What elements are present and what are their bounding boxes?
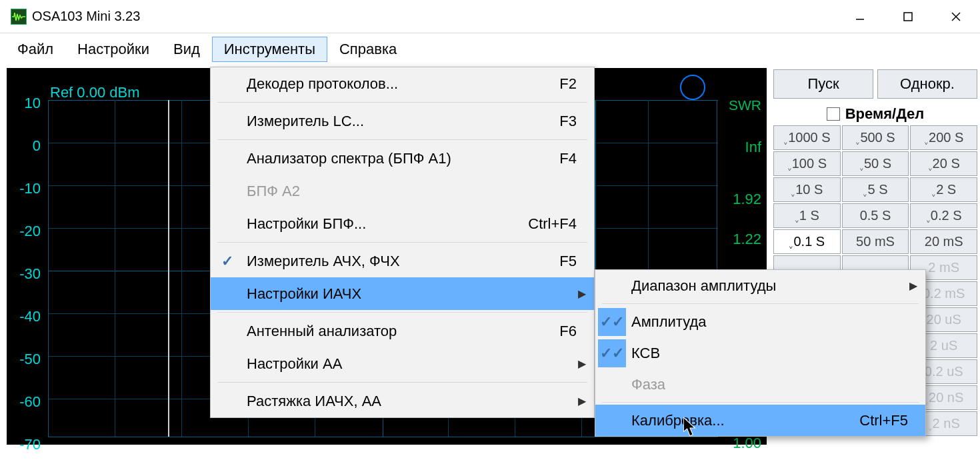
- menu-aa-settings[interactable]: Настройки АА▶: [211, 347, 594, 380]
- y-tick: -30: [17, 265, 41, 283]
- submenu-calibration[interactable]: Калибровка...Ctrl+F5: [595, 405, 925, 436]
- marker-circle: [680, 75, 705, 100]
- menu-fft-a2: БПФ A2: [211, 175, 594, 207]
- swr-value: Inf: [745, 139, 761, 156]
- swr-value: 1.00: [733, 435, 761, 452]
- start-button[interactable]: Пуск: [773, 69, 873, 99]
- timediv-label: Время/Дел: [845, 105, 925, 123]
- submenu-arrow-icon: ▶: [570, 395, 594, 407]
- submenu-amplitude[interactable]: ✓Амплитуда: [595, 306, 925, 337]
- single-button[interactable]: Однокр.: [877, 69, 977, 99]
- y-tick: 0: [17, 137, 41, 155]
- y-tick: -50: [17, 351, 41, 368]
- timediv-btn[interactable]: ˯1 S: [773, 203, 841, 228]
- menu-file[interactable]: Файл: [4, 37, 65, 62]
- ref-level-label: Ref 0.00 dBm: [50, 84, 140, 101]
- timediv-btn[interactable]: 0.5 S: [842, 203, 909, 228]
- menu-decoder[interactable]: Декодер протоколов...F2: [211, 67, 594, 100]
- y-tick: -70: [17, 436, 41, 453]
- menu-iachx-settings[interactable]: Настройки ИАЧХ▶: [211, 277, 594, 310]
- timediv-btn[interactable]: ˯2 S: [910, 177, 977, 202]
- menu-view[interactable]: Вид: [161, 37, 212, 62]
- menu-stretch[interactable]: Растяжка ИАЧХ, АА▶: [211, 385, 594, 417]
- y-tick: 10: [17, 95, 41, 112]
- menu-antenna-analyzer[interactable]: Антенный анализаторF6: [211, 315, 594, 347]
- y-tick: -60: [17, 393, 41, 411]
- timediv-btn[interactable]: ˯10 S: [773, 177, 841, 202]
- menu-help[interactable]: Справка: [327, 37, 409, 62]
- timediv-btn[interactable]: ˯500 S: [842, 125, 909, 150]
- iachx-submenu: Диапазон амплитуды▶ ✓Амплитуда ✓КСВ Фаза…: [595, 269, 926, 437]
- close-button[interactable]: [932, 0, 980, 33]
- submenu-arrow-icon: ▶: [570, 357, 594, 370]
- timediv-btn[interactable]: ˯50 S: [842, 151, 909, 176]
- swr-value: 1.92: [733, 191, 761, 208]
- submenu-phase: Фаза: [595, 369, 925, 400]
- menu-afc-meter[interactable]: Измеритель АЧХ, ФЧХF5: [211, 245, 594, 277]
- menu-fft-settings[interactable]: Настройки БПФ...Ctrl+F4: [211, 207, 594, 240]
- submenu-vswr[interactable]: ✓КСВ: [595, 337, 925, 369]
- menu-spectrum-analyzer[interactable]: Анализатор спектра (БПФ A1)F4: [211, 142, 594, 175]
- menu-lc[interactable]: Измеритель LC...F3: [211, 105, 594, 137]
- submenu-arrow-icon: ▶: [901, 279, 925, 292]
- timediv-btn[interactable]: ˯200 S: [910, 125, 977, 150]
- timediv-btn[interactable]: ˯5 S: [842, 177, 909, 202]
- timediv-btn[interactable]: 20 mS: [910, 229, 977, 254]
- menu-instruments[interactable]: Инструменты: [212, 37, 327, 62]
- timediv-btn[interactable]: ˯0.1 S: [773, 229, 841, 254]
- submenu-arrow-icon: ▶: [570, 287, 594, 300]
- submenu-amp-range[interactable]: Диапазон амплитуды▶: [595, 270, 925, 301]
- timediv-checkbox[interactable]: [827, 107, 840, 121]
- timediv-btn[interactable]: ˯100 S: [773, 151, 841, 176]
- instruments-dropdown: Декодер протоколов...F2 Измеритель LC...…: [210, 67, 595, 418]
- y-tick: -10: [17, 180, 41, 197]
- svg-rect-1: [904, 13, 912, 21]
- timediv-btn[interactable]: ˯20 S: [910, 151, 977, 176]
- timediv-btn[interactable]: ˯0.2 S: [910, 203, 977, 228]
- swr-value: 1.22: [733, 231, 761, 248]
- y-tick: -20: [17, 223, 41, 240]
- timediv-btn[interactable]: ˯1000 S: [773, 125, 841, 150]
- timediv-btn[interactable]: 50 mS: [842, 229, 909, 254]
- swr-label: SWR: [729, 97, 761, 113]
- maximize-button[interactable]: [884, 0, 932, 33]
- menu-settings[interactable]: Настройки: [65, 37, 161, 62]
- app-icon: [11, 9, 27, 25]
- minimize-button[interactable]: [836, 0, 884, 33]
- window-title: OSA103 Mini 3.23: [32, 9, 140, 24]
- y-tick: -40: [17, 308, 41, 325]
